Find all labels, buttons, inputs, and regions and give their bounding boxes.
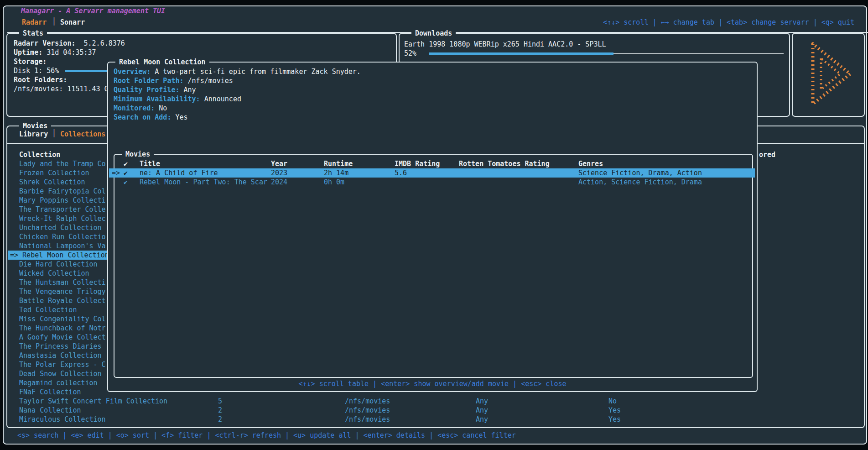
header-keybinds: <↑↓> scroll | ←→ change tab | <tab> chan… (603, 18, 854, 26)
collection-details-modal: Rebel Moon Collection Overview: A two-pa… (107, 62, 758, 392)
tab-separator: │ (52, 17, 56, 26)
collection-row[interactable]: Taylor Swift Concert Film Collection5/nf… (8, 397, 863, 406)
stat-line: Uptime: 31d 04:35:37 (14, 48, 96, 57)
movie-row[interactable]: ✔Rebel Moon - Part Two: The Scar20240h 0… (109, 178, 755, 187)
download-percent: 52% (404, 49, 416, 58)
footer-keybinds: <s> search | <e> edit | <o> sort | <f> f… (17, 431, 516, 440)
tab-radarr[interactable]: Radarr (22, 18, 47, 26)
modal-keybinds: <↑↓> scroll table | <enter> show overvie… (108, 379, 757, 388)
tab-sonarr[interactable]: Sonarr (60, 18, 85, 26)
modal-detail-line: Monitored: No (114, 104, 167, 113)
movies-tab-separator: │ (52, 129, 56, 137)
app-title: Managarr - A Servarr management TUI (17, 7, 169, 15)
download-progress-bar (429, 52, 784, 55)
collection-column-header: Collection (19, 150, 60, 159)
modal-detail-line: Search on Add: Yes (114, 113, 188, 122)
collection-row[interactable]: Nana Collection2/nfs/moviesAnyYes (8, 406, 863, 415)
tui-window: Managarr - A Servarr management TUI Rada… (3, 5, 867, 445)
movie-row[interactable]: =>✔ne: A Child of Fire20232h 14m5.6Scien… (109, 168, 755, 178)
monitored-column-header-fragment: ored (759, 150, 775, 159)
tab-collections[interactable]: Collections (60, 130, 105, 138)
collection-row[interactable]: Miraculous Collection2/nfs/moviesAnyYes (8, 415, 863, 424)
modal-movies-subpanel: Movies (114, 154, 753, 378)
stat-line: Storage: (14, 57, 47, 66)
stat-line: /nfs/movies: 11511.43 GB (14, 84, 113, 94)
stats-panel-title: Stats (19, 28, 47, 38)
collection-row[interactable]: => Rebel Moon Collection (8, 251, 108, 260)
stat-line: Root Folders: (14, 75, 67, 84)
modal-movies-title: Movies (122, 149, 154, 159)
movies-panel-title: Movies (19, 121, 51, 131)
managarr-logo-icon (799, 37, 857, 111)
stat-line: Radarr Version: 5.2.6.8376 (14, 39, 125, 48)
movies-table-header: ✔TitleYearRuntimeIMDB RatingRotten Tomat… (109, 159, 755, 168)
download-item-name: Earth 1998 1080p WEBRip x265 Hindi AAC2.… (404, 40, 606, 49)
stat-line: Disk 1: 56% (14, 66, 59, 75)
modal-detail-line: Minimum Availability: Announced (114, 94, 241, 104)
modal-detail-line: Root Folder Path: /nfs/movies (114, 76, 233, 85)
tab-library[interactable]: Library (19, 130, 48, 138)
disk-usage-bar (65, 70, 113, 72)
modal-detail-line: Overview: A two-part sci-fi epic from fi… (114, 67, 361, 76)
download-progress-fill (429, 52, 613, 55)
logo-panel (792, 33, 865, 117)
modal-detail-line: Quality Profile: Any (114, 85, 196, 94)
screen: Managarr - A Servarr management TUI Rada… (0, 0, 868, 450)
downloads-panel-title: Downloads (411, 28, 456, 38)
modal-title: Rebel Moon Collection (115, 57, 209, 67)
download-progress-rest (613, 53, 784, 54)
